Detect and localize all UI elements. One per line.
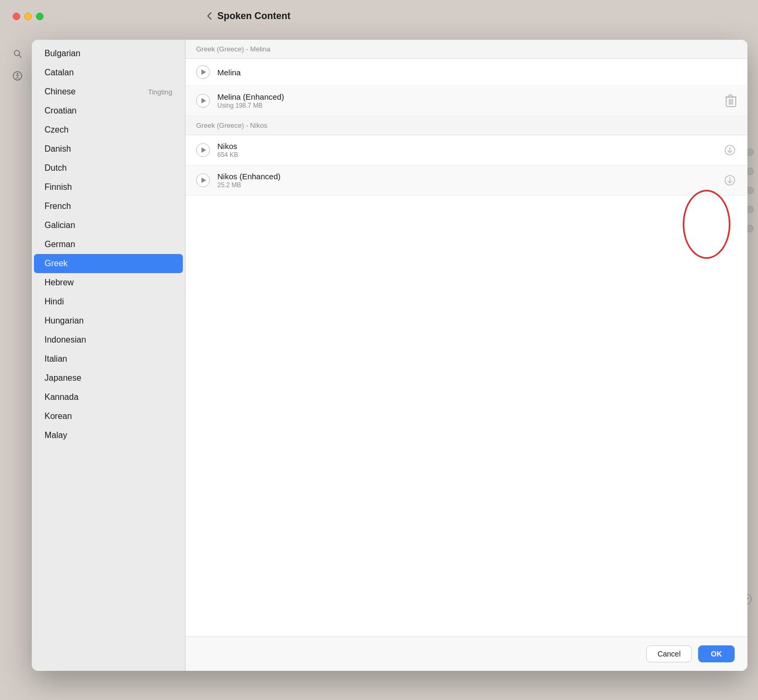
dialog-footer: Cancel OK: [186, 636, 747, 671]
sidebar-item-italian[interactable]: Italian: [34, 349, 183, 369]
sidebar-item-hebrew[interactable]: Hebrew: [34, 273, 183, 292]
lang-label: Hindi: [45, 297, 64, 307]
voice-groups: Greek (Greece) - MelinaMelinaMelina (Enh…: [186, 40, 747, 636]
voice-item-melina-enhanced: Melina (Enhanced)Using 198.7 MB: [186, 86, 747, 116]
lang-label: Indonesian: [45, 335, 86, 345]
sidebar-item-german[interactable]: German: [34, 235, 183, 254]
voice-size: 654 KB: [217, 151, 723, 159]
lang-label: Hebrew: [45, 278, 74, 287]
scroll-indicator: [746, 168, 754, 175]
voice-name: Nikos: [217, 142, 723, 151]
sidebar-icon-group: [12, 48, 23, 82]
voice-size: 25.2 MB: [217, 181, 723, 189]
minimize-button[interactable]: [24, 13, 32, 20]
sidebar-item-greek[interactable]: Greek: [34, 254, 183, 273]
download-icon[interactable]: [723, 173, 737, 187]
accessibility-icon[interactable]: [12, 70, 23, 82]
voice-info: Melina (Enhanced)Using 198.7 MB: [217, 92, 725, 109]
sidebar-item-bulgarian[interactable]: Bulgarian: [34, 44, 183, 63]
sidebar-item-chinese[interactable]: ChineseTingting: [34, 82, 183, 101]
lang-label: Korean: [45, 412, 72, 421]
play-button-melina[interactable]: [196, 65, 210, 79]
lang-label: Croatian: [45, 106, 76, 116]
scroll-indicator: [746, 187, 754, 194]
download-icon[interactable]: [723, 143, 737, 157]
sidebar-item-danish[interactable]: Danish: [34, 139, 183, 159]
voice-action-melina-enhanced[interactable]: [725, 94, 737, 108]
cancel-button[interactable]: Cancel: [646, 645, 692, 662]
voice-item-nikos-enhanced: Nikos (Enhanced)25.2 MB: [186, 165, 747, 196]
lang-label: Galician: [45, 221, 75, 230]
svg-point-3: [17, 73, 19, 75]
svg-line-1: [19, 55, 21, 57]
voice-name: Melina: [217, 68, 737, 77]
scroll-indicator: [746, 225, 754, 232]
sidebar-item-croatian[interactable]: Croatian: [34, 101, 183, 120]
lang-badge: Tingting: [148, 88, 172, 96]
sidebar-item-korean[interactable]: Korean: [34, 407, 183, 426]
play-icon: [201, 98, 206, 103]
lang-label: Italian: [45, 354, 67, 364]
sidebar-item-hindi[interactable]: Hindi: [34, 292, 183, 311]
back-button[interactable]: [207, 12, 212, 20]
lang-label: Finnish: [45, 182, 72, 192]
sidebar-item-malay[interactable]: Malay: [34, 426, 183, 445]
voice-group-header: Greek (Greece) - Nikos: [186, 116, 747, 135]
maximize-button[interactable]: [36, 13, 43, 20]
close-button[interactable]: [13, 13, 20, 20]
delete-icon[interactable]: [725, 94, 737, 108]
voice-info: Melina: [217, 68, 737, 77]
lang-label: Malay: [45, 431, 67, 440]
sidebar-item-french[interactable]: French: [34, 197, 183, 216]
search-icon[interactable]: [12, 48, 23, 59]
voice-action-nikos-enhanced[interactable]: [723, 173, 737, 187]
language-sidebar: BulgarianCatalanChineseTingtingCroatianC…: [32, 40, 186, 671]
sidebar-item-czech[interactable]: Czech: [34, 120, 183, 139]
voice-name: Nikos (Enhanced): [217, 172, 723, 181]
voice-action-nikos[interactable]: [723, 143, 737, 157]
scroll-indicator: [746, 148, 754, 156]
header: Spoken Content: [196, 4, 758, 28]
lang-label: Chinese: [45, 87, 76, 97]
lang-label: Dutch: [45, 163, 67, 173]
sidebar-item-japanese[interactable]: Japanese: [34, 369, 183, 388]
lang-label: Japanese: [45, 373, 81, 383]
sidebar-item-hungarian[interactable]: Hungarian: [34, 311, 183, 330]
sidebar-item-kannada[interactable]: Kannada: [34, 388, 183, 407]
lang-label: Greek: [45, 259, 68, 268]
play-icon: [201, 178, 206, 183]
lang-label: Hungarian: [45, 316, 84, 326]
lang-label: Czech: [45, 125, 68, 135]
sidebar-item-catalan[interactable]: Catalan: [34, 63, 183, 82]
page-title: Spoken Content: [217, 11, 290, 22]
voice-group-header: Greek (Greece) - Melina: [186, 40, 747, 59]
voice-size: Using 198.7 MB: [217, 102, 725, 109]
sidebar-item-finnish[interactable]: Finnish: [34, 178, 183, 197]
lang-label: German: [45, 240, 75, 249]
play-button-nikos[interactable]: [196, 143, 210, 157]
voice-item-melina: Melina: [186, 59, 747, 86]
voice-info: Nikos654 KB: [217, 142, 723, 159]
voice-item-nikos: Nikos654 KB: [186, 135, 747, 165]
lang-label: Bulgarian: [45, 49, 81, 58]
ok-button[interactable]: OK: [698, 645, 735, 662]
sidebar-item-galician[interactable]: Galician: [34, 216, 183, 235]
voice-name: Melina (Enhanced): [217, 92, 725, 101]
voice-info: Nikos (Enhanced)25.2 MB: [217, 172, 723, 189]
dialog: BulgarianCatalanChineseTingtingCroatianC…: [32, 40, 747, 671]
lang-label: French: [45, 202, 71, 211]
lang-label: Danish: [45, 144, 71, 154]
main-content: Greek (Greece) - MelinaMelinaMelina (Enh…: [186, 40, 747, 671]
lang-label: Kannada: [45, 392, 78, 402]
play-button-nikos-enhanced[interactable]: [196, 173, 210, 187]
play-icon: [201, 147, 206, 153]
sidebar-item-indonesian[interactable]: Indonesian: [34, 330, 183, 349]
play-icon: [201, 69, 206, 75]
scroll-indicator: [746, 206, 754, 213]
scroll-indicators: [746, 148, 754, 232]
traffic-lights: [13, 13, 43, 20]
play-button-melina-enhanced[interactable]: [196, 94, 210, 108]
sidebar-item-dutch[interactable]: Dutch: [34, 159, 183, 178]
lang-label: Catalan: [45, 68, 74, 77]
